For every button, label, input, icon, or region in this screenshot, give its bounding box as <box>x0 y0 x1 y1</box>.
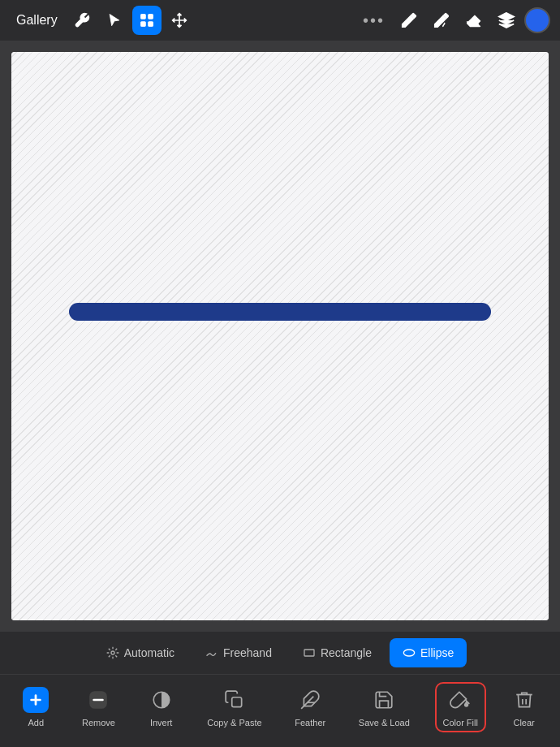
feather-icon <box>297 687 323 713</box>
clear-icon <box>511 687 537 713</box>
eraser-button[interactable] <box>459 6 489 35</box>
top-toolbar: Gallery ••• <box>0 0 560 41</box>
cursor-button[interactable] <box>100 6 129 35</box>
copy-paste-icon <box>222 687 248 713</box>
sel-rectangle-button[interactable]: Rectangle <box>290 638 385 667</box>
sel-automatic-button[interactable]: Automatic <box>93 638 187 667</box>
svg-rect-0 <box>140 15 145 19</box>
invert-icon <box>149 687 174 713</box>
svg-rect-5 <box>304 650 314 656</box>
save-load-button[interactable]: Save & Load <box>351 682 418 732</box>
svg-rect-10 <box>232 697 242 706</box>
feather-button[interactable]: Feather <box>286 682 334 732</box>
smudge-button[interactable] <box>427 6 456 35</box>
svg-point-4 <box>111 651 114 654</box>
color-fill-label: Color Fill <box>443 718 478 728</box>
color-fill-button[interactable]: Color Fill <box>435 682 486 732</box>
save-load-label: Save & Load <box>359 718 410 728</box>
remove-icon <box>85 687 111 713</box>
selection-mode-bar: Automatic Freehand Rectangle Ellipse <box>0 632 560 674</box>
gallery-button[interactable]: Gallery <box>10 10 64 31</box>
bottom-safe-area <box>0 739 560 747</box>
invert-button[interactable]: Invert <box>140 682 183 732</box>
canvas-area <box>0 41 560 632</box>
layers-button[interactable] <box>492 6 521 35</box>
svg-rect-3 <box>148 22 153 27</box>
action-bar: Add Remove Invert Copy & Paste <box>0 674 560 739</box>
clear-button[interactable]: Clear <box>503 682 545 732</box>
add-button[interactable]: Add <box>15 682 57 732</box>
color-fill-icon <box>447 687 473 713</box>
copy-paste-label: Copy & Paste <box>207 718 261 728</box>
canvas[interactable] <box>11 52 549 620</box>
sel-ellipse-button[interactable]: Ellipse <box>390 638 467 667</box>
selection-button[interactable] <box>132 6 162 35</box>
svg-rect-1 <box>148 15 153 19</box>
add-label: Add <box>28 718 45 728</box>
clear-label: Clear <box>513 718 534 728</box>
svg-rect-2 <box>140 22 145 27</box>
copy-paste-button[interactable]: Copy & Paste <box>199 682 269 732</box>
drawn-stroke <box>69 303 491 321</box>
color-picker[interactable] <box>524 7 550 33</box>
remove-label: Remove <box>82 718 115 728</box>
invert-label: Invert <box>150 718 173 728</box>
add-icon <box>23 687 49 713</box>
svg-point-6 <box>403 650 414 656</box>
more-button[interactable]: ••• <box>356 8 391 33</box>
save-load-icon <box>371 687 397 713</box>
brush-button[interactable] <box>394 6 424 35</box>
remove-button[interactable]: Remove <box>74 682 123 732</box>
transform-button[interactable] <box>165 6 194 35</box>
wrench-button[interactable] <box>67 6 97 35</box>
sel-freehand-button[interactable]: Freehand <box>192 638 285 667</box>
feather-label: Feather <box>295 718 325 728</box>
